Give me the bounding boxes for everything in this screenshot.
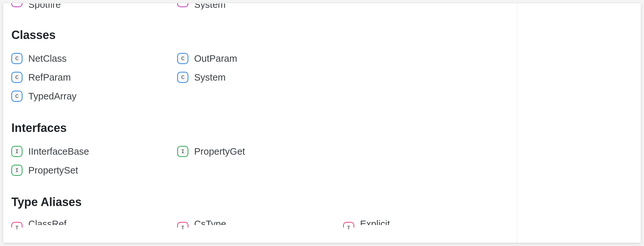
class-label: RefParam [28, 73, 71, 82]
interface-link-propertyget[interactable]: I PropertyGet [177, 146, 343, 157]
interfaces-grid: I IInterfaceBase I PropertyGet I Propert… [11, 146, 509, 176]
interface-icon: I [177, 146, 188, 157]
interface-icon: I [11, 146, 22, 157]
class-icon: C [11, 91, 22, 102]
typealias-icon: T [177, 222, 188, 228]
interface-icon: I [11, 165, 22, 176]
typealias-link-classref[interactable]: T ClassRef [11, 220, 177, 229]
interface-label: IInterfaceBase [28, 147, 89, 156]
class-link-refparam[interactable]: C RefParam [11, 72, 177, 83]
class-icon: C [177, 72, 188, 83]
main-content: N Spotfire N System Classes C NetClass C… [3, 3, 517, 243]
class-label: TypedArray [28, 92, 76, 101]
class-label: NetClass [28, 54, 67, 63]
section-heading-interfaces: Interfaces [11, 121, 509, 135]
interface-label: PropertyGet [194, 147, 245, 156]
namespace-label: Spotfire [28, 3, 61, 9]
documentation-card: N Spotfire N System Classes C NetClass C… [3, 3, 641, 243]
typealias-label: Explicit [360, 219, 390, 229]
section-heading-type-aliases: Type Aliases [11, 195, 509, 209]
namespace-link-system[interactable]: N System [177, 3, 343, 9]
interface-link-iinterfacebase[interactable]: I IInterfaceBase [11, 146, 177, 157]
typealias-icon: T [343, 222, 354, 228]
class-link-outparam[interactable]: C OutParam [177, 53, 343, 64]
interface-link-propertyset[interactable]: I PropertySet [11, 165, 177, 176]
type-aliases-grid: T ClassRef T CsType T Explicit [11, 220, 509, 229]
typealias-link-cstype[interactable]: T CsType [177, 220, 343, 229]
typealias-icon: T [11, 222, 22, 228]
class-link-system[interactable]: C System [177, 72, 343, 83]
namespace-label: System [194, 3, 226, 9]
typealias-link-explicit[interactable]: T Explicit [343, 220, 509, 229]
namespace-row-partial: N Spotfire N System [11, 3, 509, 9]
right-sidebar [517, 3, 641, 243]
classes-grid: C NetClass C OutParam C RefParam C Syste… [11, 53, 509, 102]
typealias-label: ClassRef [28, 219, 67, 229]
class-link-typedarray[interactable]: C TypedArray [11, 91, 177, 102]
class-icon: C [177, 53, 188, 64]
class-link-netclass[interactable]: C NetClass [11, 53, 177, 64]
interface-label: PropertySet [28, 166, 78, 175]
typealias-label: CsType [194, 219, 226, 229]
namespace-icon: N [11, 3, 22, 7]
class-label: System [194, 73, 226, 82]
class-icon: C [11, 53, 22, 64]
section-heading-classes: Classes [11, 28, 509, 42]
class-icon: C [11, 72, 22, 83]
namespace-icon: N [177, 3, 188, 7]
class-label: OutParam [194, 54, 237, 63]
namespace-link-spotfire[interactable]: N Spotfire [11, 3, 177, 9]
